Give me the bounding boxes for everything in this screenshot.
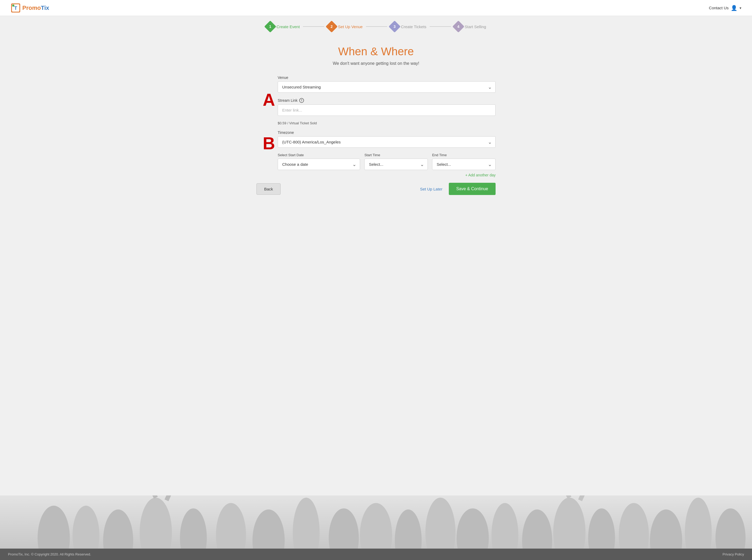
svg-point-18 [522, 509, 552, 548]
svg-point-12 [329, 508, 359, 548]
step-label-set-up-venue: Set Up Venue [338, 24, 363, 29]
svg-line-27 [558, 496, 569, 498]
stream-link-input[interactable] [278, 104, 496, 116]
footer: PromoTix, Inc. © Copyright 2020. All Rig… [0, 548, 752, 560]
footer-copyright: PromoTix, Inc. © Copyright 2020. All Rig… [8, 552, 91, 556]
step-number-3: 3 [394, 24, 396, 29]
svg-point-7 [140, 498, 172, 548]
step-label-start-selling: Start Selling [465, 24, 486, 29]
end-time-select-wrapper: Select... ⌄ [432, 159, 496, 170]
step-connector-1 [303, 26, 324, 27]
timezone-select[interactable]: (UTC-800) America/Los_Angeles [278, 136, 496, 148]
svg-point-5 [73, 505, 99, 548]
step-badge-4: 4 [452, 20, 464, 33]
svg-point-8 [180, 508, 207, 548]
date-time-row: Select Start Date Choose a date ⌄ Start … [278, 153, 496, 170]
svg-point-21 [619, 503, 649, 548]
save-continue-button[interactable]: Save & Continue [449, 183, 496, 195]
svg-text:T: T [14, 5, 17, 11]
svg-point-10 [253, 509, 284, 548]
stream-link-help-icon[interactable]: ? [299, 98, 304, 103]
svg-point-9 [216, 503, 246, 548]
timezone-group: Timezone (UTC-800) America/Los_Angeles ⌄ [278, 131, 496, 148]
step-badge-1: 1 [264, 20, 276, 33]
svg-point-13 [360, 503, 392, 548]
annotation-a: A [263, 92, 275, 108]
svg-point-11 [293, 498, 320, 548]
logo-text: PromoTix [22, 4, 49, 12]
crowd-svg [0, 496, 752, 548]
step-badge-3: 3 [389, 20, 400, 33]
venue-label: Venue [278, 76, 496, 80]
logo-tix: Tix [41, 4, 49, 11]
svg-point-6 [103, 509, 133, 548]
stream-link-label: Stream Link ? [278, 98, 496, 103]
form-section: Venue Unsecured Streaming ⌄ Stream Link … [278, 76, 496, 177]
start-date-col: Select Start Date Choose a date ⌄ [278, 153, 360, 170]
stream-link-group: Stream Link ? [278, 98, 496, 116]
concert-background [0, 496, 752, 548]
header: T PromoTix Contact Us 👤 ▾ [0, 0, 752, 16]
svg-point-24 [716, 508, 746, 548]
timezone-label: Timezone [278, 131, 496, 135]
right-actions: Set Up Later Save & Continue [420, 183, 496, 195]
step-badge-2: 2 [325, 20, 337, 33]
form-area: A B Venue Unsecured Streaming ⌄ Stream L… [256, 76, 496, 177]
main-content: When & Where We don't want anyone gettin… [0, 37, 752, 496]
step-number-1: 1 [269, 24, 271, 29]
add-day-row: + Add another day [278, 173, 496, 177]
fee-note: $0.59 / Virtual Ticket Sold [278, 121, 496, 125]
step-set-up-venue[interactable]: 2 Set Up Venue [328, 22, 363, 31]
svg-point-15 [426, 498, 455, 548]
user-icon: 👤 [731, 5, 737, 11]
logo-promo: Promo [22, 4, 41, 11]
step-create-event[interactable]: 1 Create Event [266, 22, 300, 31]
action-row: Back Set Up Later Save & Continue [256, 183, 496, 195]
chevron-down-icon: ▾ [739, 6, 741, 10]
start-time-label: Start Time [364, 153, 428, 157]
page-title: When & Where [338, 45, 414, 58]
step-number-4: 4 [457, 24, 459, 29]
start-date-label: Select Start Date [278, 153, 360, 157]
end-time-label: End Time [432, 153, 496, 157]
start-date-select[interactable]: Choose a date [278, 159, 360, 170]
svg-point-23 [685, 498, 712, 548]
venue-select-wrapper: Unsecured Streaming ⌄ [278, 81, 496, 93]
annotation-b: B [263, 135, 275, 152]
step-label-create-tickets: Create Tickets [401, 24, 427, 29]
svg-line-28 [580, 496, 591, 500]
step-number-2: 2 [331, 24, 333, 29]
step-start-selling[interactable]: 4 Start Selling [454, 22, 486, 31]
step-label-create-event: Create Event [277, 24, 300, 29]
start-date-select-wrapper: Choose a date ⌄ [278, 159, 360, 170]
annotations-sidebar: A B [256, 76, 278, 152]
setup-later-button[interactable]: Set Up Later [420, 187, 442, 191]
svg-point-17 [492, 503, 518, 548]
stepper: 1 Create Event 2 Set Up Venue 3 Create T… [0, 16, 752, 37]
svg-line-26 [166, 496, 177, 500]
step-connector-2 [366, 26, 387, 27]
start-time-col: Start Time Select... ⌄ [364, 153, 428, 170]
end-time-col: End Time Select... ⌄ [432, 153, 496, 170]
add-another-day-link[interactable]: + Add another day [465, 173, 496, 177]
venue-group: Venue Unsecured Streaming ⌄ [278, 76, 496, 93]
svg-point-3 [12, 4, 14, 7]
svg-line-25 [145, 496, 156, 498]
contact-us-area[interactable]: Contact Us 👤 ▾ [709, 5, 741, 11]
svg-point-14 [395, 509, 422, 548]
step-connector-3 [430, 26, 451, 27]
footer-privacy-policy[interactable]: Privacy Policy [723, 552, 744, 556]
svg-point-19 [553, 498, 586, 548]
svg-point-20 [588, 508, 615, 548]
start-time-select[interactable]: Select... [364, 159, 428, 170]
svg-point-22 [650, 509, 682, 548]
end-time-select[interactable]: Select... [432, 159, 496, 170]
venue-select[interactable]: Unsecured Streaming [278, 81, 496, 93]
logo: T PromoTix [11, 3, 49, 13]
back-button[interactable]: Back [256, 183, 281, 195]
svg-point-4 [38, 505, 70, 548]
contact-us-label: Contact Us [709, 5, 729, 10]
svg-point-16 [456, 508, 489, 548]
step-create-tickets[interactable]: 3 Create Tickets [390, 22, 427, 31]
page-subtitle: We don't want anyone getting lost on the… [333, 61, 419, 66]
